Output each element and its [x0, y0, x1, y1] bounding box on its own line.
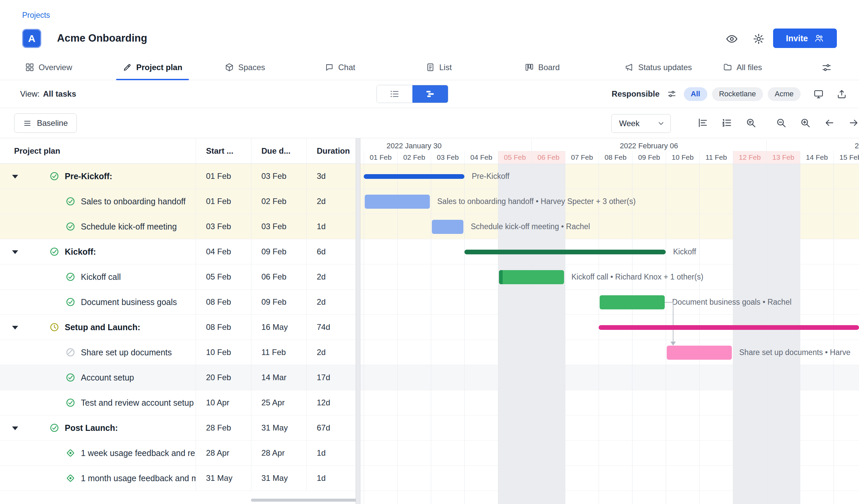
bar-label: Kickoff — [673, 239, 696, 264]
table-row[interactable]: Kickoff:04 Feb09 Feb6d — [0, 239, 356, 264]
tab-overview[interactable]: Overview — [18, 55, 79, 80]
timeline-week-label: 2022 February 13 — [766, 138, 859, 151]
table-row[interactable]: Schedule kick-off meeting03 Feb03 Feb1d — [0, 214, 356, 239]
bar-label: Document business goals • Rachel — [672, 290, 792, 315]
done-status-icon — [50, 247, 59, 256]
table-row[interactable]: Kickoff call05 Feb06 Feb2d — [0, 264, 356, 290]
task-name: Setup and Launch: — [65, 322, 140, 332]
task-bar-lightblue[interactable] — [365, 195, 430, 209]
gantt-view-icon — [425, 89, 435, 99]
tab-status-updates[interactable]: Status updates — [618, 55, 698, 80]
scroll-left-icon[interactable] — [824, 118, 835, 128]
view-toolbar: View: All tasks Responsible AllRocketlan… — [0, 80, 859, 108]
tab-spaces[interactable]: Spaces — [218, 55, 272, 80]
task-start-cell: 10 Feb — [196, 340, 251, 365]
table-row[interactable]: Document business goals08 Feb09 Feb2d — [0, 290, 356, 315]
expand-caret-icon[interactable] — [12, 250, 18, 254]
task-name-cell: Document business goals — [0, 290, 196, 315]
task-bar-green[interactable] — [600, 295, 665, 309]
baseline-button[interactable]: Baseline — [14, 113, 77, 133]
table-row[interactable]: Setup and Launch:08 Feb16 May74d — [0, 315, 356, 340]
table-row[interactable]: Account setup20 Feb14 Mar17d — [0, 365, 356, 390]
zoom-level-value: Week — [619, 119, 639, 128]
expand-caret-icon[interactable] — [12, 427, 18, 430]
task-name: Pre-Kickoff: — [65, 171, 112, 181]
presentation-icon[interactable] — [813, 89, 824, 99]
task-due-cell: 11 Feb — [251, 340, 306, 365]
panel-splitter[interactable] — [356, 138, 360, 504]
zoom-in-icon[interactable] — [800, 118, 811, 128]
filter-pill-rocketlane[interactable]: Rocketlane — [712, 87, 763, 101]
list-view-icon — [390, 89, 400, 99]
timeline-day-label: 08 Feb — [599, 151, 632, 164]
task-bar-green[interactable] — [499, 270, 564, 284]
weekend-shade — [733, 164, 766, 504]
view-value: All tasks — [43, 89, 76, 98]
tab-board[interactable]: Board — [518, 55, 567, 80]
tab-label: All files — [737, 63, 762, 72]
scroll-right-icon[interactable] — [848, 118, 859, 128]
view-selector[interactable]: View: All tasks — [20, 80, 76, 108]
column-header-name: Project plan — [0, 138, 196, 164]
table-row[interactable]: 1 week usage feedback and re28 Apr28 Apr… — [0, 441, 356, 466]
expand-caret-icon[interactable] — [12, 326, 18, 330]
task-bar-pink[interactable] — [667, 346, 732, 360]
task-table: Project plan Start ... Due d... Duration… — [0, 138, 356, 504]
task-due-cell: 02 Feb — [251, 189, 306, 214]
numbered-list-icon[interactable] — [721, 118, 732, 128]
tab-project-plan[interactable]: Project plan — [116, 55, 189, 80]
tab-all-files[interactable]: All files — [717, 55, 769, 80]
task-dur-cell: 2d — [306, 264, 356, 289]
task-name: Test and review account setup — [81, 398, 194, 408]
task-due-cell: 14 Mar — [251, 365, 306, 390]
search-tasks-icon[interactable] — [745, 118, 756, 128]
timeline-day-label: 09 Feb — [632, 151, 666, 164]
invite-button[interactable]: Invite — [773, 29, 837, 48]
task-start-cell: 04 Feb — [196, 239, 251, 264]
timeline-day-label: 12 Feb — [733, 151, 766, 164]
summary-bar-blue[interactable] — [364, 174, 464, 179]
table-row[interactable]: 1 month usage feedback and m31 May31 May… — [0, 466, 356, 491]
done-status-icon — [66, 197, 75, 206]
filter-pill-all[interactable]: All — [684, 87, 707, 101]
task-name-cell: Pre-Kickoff: — [0, 164, 196, 188]
task-due-cell: 28 Apr — [251, 441, 306, 465]
task-dur-cell: 3d — [306, 164, 356, 188]
zoom-out-icon[interactable] — [776, 118, 786, 128]
tab-label: Chat — [338, 63, 355, 72]
tab-chat[interactable]: Chat — [318, 55, 362, 80]
task-name-cell: 1 month usage feedback and m — [0, 466, 196, 491]
page-title: Acme Onboarding — [57, 32, 147, 44]
expand-caret-icon[interactable] — [12, 175, 18, 179]
export-icon[interactable] — [837, 89, 847, 99]
task-dur-cell: 74d — [306, 315, 356, 340]
table-row[interactable]: Share set up documents10 Feb11 Feb2d — [0, 340, 356, 365]
task-due-cell: 09 Feb — [251, 290, 306, 315]
folder-icon — [723, 63, 732, 72]
zoom-level-select[interactable]: Week — [612, 114, 671, 133]
filter-pill-acme[interactable]: Acme — [768, 87, 801, 101]
eye-icon[interactable] — [726, 33, 738, 45]
task-start-cell: 08 Feb — [196, 290, 251, 315]
hierarchy-icon[interactable] — [697, 118, 708, 128]
not-started-status-icon — [66, 348, 75, 357]
summary-bar-magenta[interactable] — [599, 325, 859, 330]
list-view-button[interactable] — [377, 85, 412, 103]
responsible-filter-icon[interactable] — [667, 89, 676, 98]
task-dur-cell: 12d — [306, 390, 356, 415]
gantt-chart: Pre-KickoffSales to onboarding handoff •… — [360, 138, 859, 504]
gantt-view-button[interactable] — [412, 85, 448, 103]
column-header-start: Start ... — [196, 138, 251, 164]
breadcrumb[interactable]: Projects — [22, 11, 50, 20]
settings-icon[interactable] — [753, 33, 765, 45]
task-name: 1 month usage feedback and m — [81, 473, 196, 483]
horizontal-scrollbar[interactable] — [251, 499, 356, 502]
task-bar-lightblue[interactable] — [432, 220, 463, 234]
summary-bar-darkgreen[interactable] — [464, 250, 666, 254]
tab-list[interactable]: List — [419, 55, 458, 80]
table-row[interactable]: Sales to onboarding handoff01 Feb02 Feb2… — [0, 189, 356, 214]
table-row[interactable]: Test and review account setup10 Apr25 Ap… — [0, 390, 356, 415]
tab-options-icon[interactable] — [822, 62, 832, 73]
table-row[interactable]: Pre-Kickoff:01 Feb03 Feb3d — [0, 164, 356, 189]
table-row[interactable]: Post Launch:28 Feb31 May67d — [0, 415, 356, 441]
